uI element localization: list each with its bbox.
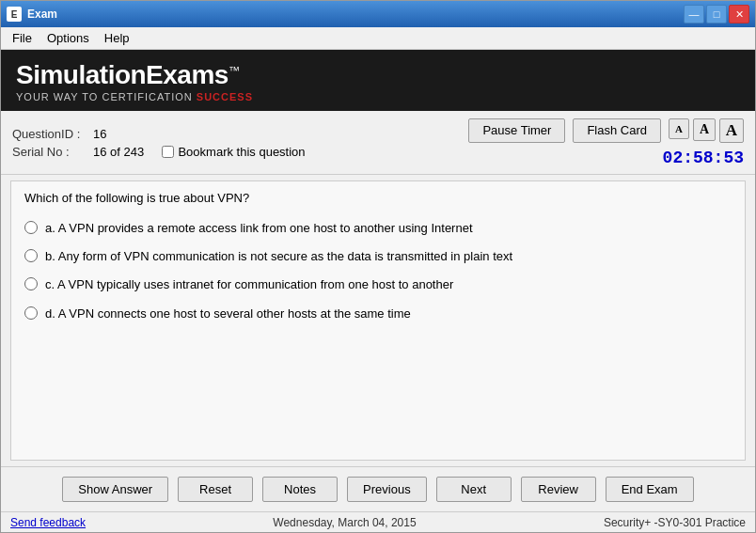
next-button[interactable]: Next — [436, 477, 512, 502]
flash-card-button[interactable]: Flash Card — [573, 118, 661, 143]
status-date: Wednesday, March 04, 2015 — [273, 516, 416, 529]
bookmark-checkbox-label[interactable]: Bookmark this question — [162, 145, 305, 159]
options-list: a. A VPN provides a remote access link f… — [24, 220, 732, 322]
question-id-label: QuestionID : — [12, 127, 87, 141]
status-bar: Send feedback Wednesday, March 04, 2015 … — [1, 511, 755, 532]
option-b-text: b. Any form of VPN communication is not … — [45, 248, 512, 265]
menu-file[interactable]: File — [5, 29, 39, 47]
question-area: Which of the following is true about VPN… — [10, 180, 746, 461]
bottom-bar: Show Answer Reset Notes Previous Next Re… — [1, 466, 755, 511]
notes-button[interactable]: Notes — [262, 477, 338, 502]
serial-no-row: Serial No : 16 of 243 Bookmark this ques… — [12, 145, 468, 159]
info-right: Pause Timer Flash Card A A A 02:58:53 — [468, 118, 744, 167]
menu-bar: File Options Help — [1, 27, 755, 50]
question-id-value: 16 — [93, 127, 106, 141]
menu-help[interactable]: Help — [97, 29, 137, 47]
window-title: Exam — [27, 8, 57, 21]
close-button[interactable]: ✕ — [729, 5, 749, 24]
status-exam: Security+ -SY0-301 Practice — [604, 516, 746, 529]
option-d-radio[interactable] — [24, 306, 38, 320]
serial-no-label: Serial No : — [12, 145, 87, 159]
maximize-button[interactable]: □ — [706, 5, 727, 24]
send-feedback-link[interactable]: Send feedback — [10, 516, 86, 529]
tagline: YOUR WAY TO CERTIFICATION SUCCESS — [16, 91, 740, 102]
title-bar-left: E Exam — [7, 7, 57, 22]
bookmark-checkbox[interactable] — [162, 146, 174, 158]
title-bar: E Exam — □ ✕ — [1, 1, 755, 27]
font-medium-button[interactable]: A — [693, 118, 716, 141]
option-a-radio[interactable] — [24, 221, 38, 234]
end-exam-button[interactable]: End Exam — [606, 477, 694, 502]
info-bar: QuestionID : 16 Serial No : 16 of 243 Bo… — [1, 111, 755, 175]
previous-button[interactable]: Previous — [347, 477, 427, 502]
serial-no-value: 16 of 243 — [93, 145, 144, 159]
option-a-text: a. A VPN provides a remote access link f… — [45, 220, 473, 237]
show-answer-button[interactable]: Show Answer — [62, 477, 168, 502]
main-window: E Exam — □ ✕ File Options Help Simulatio… — [0, 0, 756, 533]
minimize-button[interactable]: — — [684, 5, 704, 24]
question-id-row: QuestionID : 16 — [12, 127, 468, 141]
font-large-button[interactable]: A — [719, 118, 744, 143]
font-size-controls: A A A — [669, 118, 744, 143]
option-d[interactable]: d. A VPN connects one host to several ot… — [24, 306, 732, 322]
app-icon: E — [7, 7, 22, 22]
option-c-radio[interactable] — [24, 277, 38, 290]
logo-bar: SimulationExams™ YOUR WAY TO CERTIFICATI… — [1, 50, 755, 111]
option-c[interactable]: c. A VPN typically uses intranet for com… — [24, 276, 732, 293]
option-a[interactable]: a. A VPN provides a remote access link f… — [24, 220, 732, 237]
brand-name: SimulationExams™ — [16, 60, 740, 90]
review-button[interactable]: Review — [521, 477, 596, 502]
reset-button[interactable]: Reset — [178, 477, 253, 502]
option-b[interactable]: b. Any form of VPN communication is not … — [24, 248, 732, 265]
info-buttons: Pause Timer Flash Card A A A — [468, 118, 744, 143]
font-small-button[interactable]: A — [669, 118, 689, 139]
option-b-radio[interactable] — [24, 249, 38, 262]
option-d-text: d. A VPN connects one host to several ot… — [45, 306, 411, 322]
bookmark-label-text: Bookmark this question — [178, 145, 305, 159]
window-controls: — □ ✕ — [684, 5, 749, 24]
option-c-text: c. A VPN typically uses intranet for com… — [45, 276, 453, 293]
timer-display: 02:58:53 — [663, 149, 744, 167]
pause-timer-button[interactable]: Pause Timer — [468, 118, 565, 143]
menu-options[interactable]: Options — [39, 29, 97, 47]
question-text: Which of the following is true about VPN… — [24, 191, 732, 205]
info-left: QuestionID : 16 Serial No : 16 of 243 Bo… — [12, 127, 468, 159]
trademark: ™ — [228, 64, 240, 77]
